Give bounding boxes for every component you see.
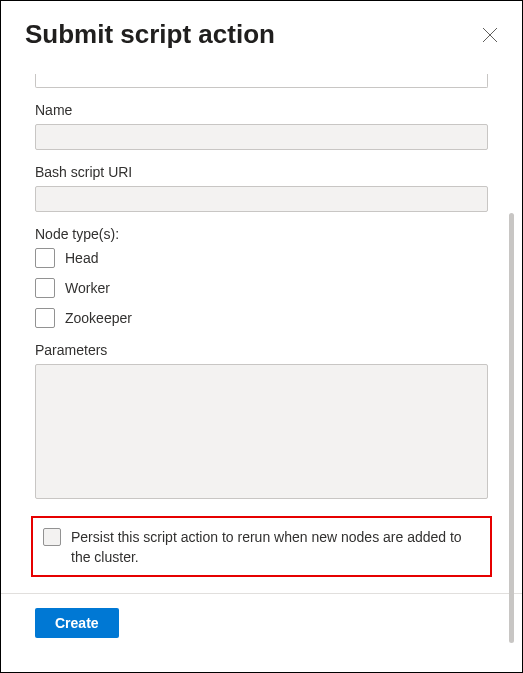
nodetype-label: Node type(s): (35, 226, 488, 242)
nodetype-group: Node type(s): Head Worker Zookeeper (35, 226, 488, 328)
panel-content: Name Bash script URI Node type(s): Head … (1, 58, 522, 577)
nodetype-zookeeper-row: Zookeeper (35, 308, 488, 328)
nodetype-head-checkbox[interactable] (35, 248, 55, 268)
persist-label: Persist this script action to rerun when… (71, 528, 480, 567)
name-input[interactable] (35, 124, 488, 150)
persist-row: Persist this script action to rerun when… (43, 528, 480, 567)
create-button[interactable]: Create (35, 608, 119, 638)
parameters-label: Parameters (35, 342, 488, 358)
name-label: Name (35, 102, 488, 118)
uri-field-group: Bash script URI (35, 164, 488, 212)
previous-field-edge (35, 74, 488, 88)
parameters-field-group: Parameters (35, 342, 488, 502)
nodetype-worker-checkbox[interactable] (35, 278, 55, 298)
name-field-group: Name (35, 102, 488, 150)
persist-checkbox[interactable] (43, 528, 61, 546)
panel-footer: Create (1, 594, 522, 654)
nodetype-head-row: Head (35, 248, 488, 268)
scrollbar[interactable] (509, 213, 514, 643)
nodetype-worker-label: Worker (65, 280, 110, 296)
persist-highlight: Persist this script action to rerun when… (31, 516, 492, 577)
parameters-input[interactable] (35, 364, 488, 499)
nodetype-zookeeper-checkbox[interactable] (35, 308, 55, 328)
nodetype-zookeeper-label: Zookeeper (65, 310, 132, 326)
panel-title: Submit script action (25, 19, 275, 50)
uri-label: Bash script URI (35, 164, 488, 180)
nodetype-head-label: Head (65, 250, 98, 266)
panel-header: Submit script action (1, 1, 522, 58)
uri-input[interactable] (35, 186, 488, 212)
nodetype-worker-row: Worker (35, 278, 488, 298)
close-icon[interactable] (482, 27, 498, 43)
